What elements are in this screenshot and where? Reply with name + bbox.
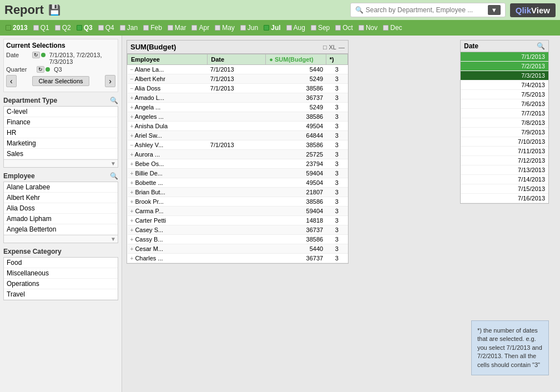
table-row[interactable]: − Ashley V... 7/1/2013 38586 3 (128, 140, 348, 150)
table-row[interactable]: + Angela ... 5249 3 (128, 103, 348, 112)
quarter-q2[interactable]: Q2 (53, 23, 73, 33)
dept-c-level[interactable]: C-level (4, 107, 118, 117)
cat-ops[interactable]: Operations (4, 279, 118, 289)
table-row[interactable]: + Aurora ... 25725 3 (128, 150, 348, 159)
emp-alia[interactable]: Alia Doss (4, 203, 118, 214)
date-item[interactable]: 7/6/2013 (461, 99, 548, 109)
table-minimize-btn[interactable]: — (339, 44, 345, 51)
table-row[interactable]: + Brook Pr... 38586 3 (128, 197, 348, 207)
month-oct[interactable]: Oct (333, 23, 355, 33)
col-header-budget[interactable]: ● SUM(Budget) (266, 54, 326, 65)
col-header-employee[interactable]: Employee (128, 54, 208, 65)
expand-icon[interactable]: + (130, 246, 134, 252)
clear-selections-btn[interactable]: Clear Selections (32, 76, 89, 86)
department-search-icon[interactable]: 🔍 (110, 97, 118, 104)
expand-icon[interactable]: − (130, 67, 134, 73)
date-item[interactable]: 7/11/2013 (461, 147, 548, 156)
emp-amado[interactable]: Amado Lipham (4, 214, 118, 224)
table-row[interactable]: + Charles ... 36737 3 (128, 254, 348, 263)
expand-icon[interactable]: + (130, 123, 134, 129)
month-jul[interactable]: Jul (261, 23, 282, 33)
date-item[interactable]: 7/16/2013 (461, 194, 548, 203)
dept-finance[interactable]: Finance (4, 117, 118, 128)
expand-icon[interactable]: + (130, 237, 134, 243)
date-item[interactable]: 7/9/2013 (461, 128, 548, 137)
dept-hr[interactable]: HR (4, 128, 118, 138)
table-row[interactable]: − Alane La... 7/1/2013 5440 3 (128, 65, 348, 74)
table-row[interactable]: − Alia Doss 7/1/2013 38586 3 (128, 84, 348, 93)
year-2013[interactable]: 2013 (3, 23, 30, 33)
search-bar[interactable]: 🔍 ▼ (350, 3, 506, 17)
date-item[interactable]: 7/13/2013 (461, 165, 548, 175)
expand-icon[interactable]: − (130, 86, 134, 92)
table-row[interactable]: + Carma P... 59404 3 (128, 207, 348, 216)
date-item[interactable]: 7/2/2013 (461, 62, 548, 71)
table-row[interactable]: + Anisha Dula 49504 3 (128, 122, 348, 131)
expand-icon[interactable]: − (130, 76, 134, 82)
table-expand-btn[interactable]: □ (323, 44, 327, 51)
date-item[interactable]: 7/1/2013 (461, 52, 548, 62)
col-header-date[interactable]: Date (208, 54, 266, 65)
dept-marketing[interactable]: Marketing (4, 138, 118, 149)
expand-icon[interactable]: + (130, 208, 134, 214)
month-apr[interactable]: Apr (189, 23, 211, 33)
table-row[interactable]: + Casey S... 36737 3 (128, 225, 348, 235)
table-row[interactable]: + Ariel Sw... 64844 3 (128, 131, 348, 140)
expand-icon[interactable]: − (130, 142, 134, 148)
expand-icon[interactable]: + (130, 180, 134, 186)
date-item[interactable]: 7/14/2013 (461, 175, 548, 184)
employee-search-icon[interactable]: 🔍 (110, 172, 118, 180)
expand-icon[interactable]: + (130, 104, 134, 110)
month-feb[interactable]: Feb (141, 23, 164, 33)
month-may[interactable]: May (213, 23, 237, 33)
date-lock-btn[interactable]: ↻ (32, 52, 40, 58)
nav-forward-btn[interactable]: › (105, 75, 115, 87)
emp-angela[interactable]: Angela Betterton (4, 224, 118, 235)
emp-alane[interactable]: Alane Larabee (4, 182, 118, 193)
cat-food[interactable]: Food (4, 258, 118, 268)
expand-icon[interactable]: + (130, 218, 134, 224)
date-item[interactable]: 7/10/2013 (461, 137, 548, 147)
month-aug[interactable]: Aug (284, 23, 307, 33)
expand-icon[interactable]: + (130, 95, 134, 101)
month-mar[interactable]: Mar (165, 23, 189, 33)
date-item[interactable]: 7/15/2013 (461, 184, 548, 194)
table-row[interactable]: + Billie De... 59404 3 (128, 169, 348, 178)
date-item[interactable]: 7/7/2013 (461, 109, 548, 118)
search-input[interactable] (366, 6, 488, 14)
expand-icon[interactable]: + (130, 227, 134, 233)
month-jun[interactable]: Jun (238, 23, 260, 33)
month-jan[interactable]: Jan (118, 23, 140, 33)
save-icon[interactable]: 💾 (48, 4, 60, 16)
quarter-lock-btn[interactable]: ↻ (37, 66, 44, 73)
expand-icon[interactable]: + (130, 255, 134, 262)
table-row[interactable]: + Bobette ... 49504 3 (128, 178, 348, 188)
table-row[interactable]: + Bebe Os... 23794 3 (128, 159, 348, 169)
emp-albert[interactable]: Albert Kehr (4, 193, 118, 203)
table-row[interactable]: + Carter Petti 14818 3 (128, 216, 348, 225)
expand-icon[interactable]: + (130, 152, 134, 158)
table-row[interactable]: + Brian But... 21807 3 (128, 188, 348, 197)
date-item[interactable]: 7/8/2013 (461, 118, 548, 128)
date-search-icon[interactable]: 🔍 (537, 42, 545, 50)
month-nov[interactable]: Nov (356, 23, 380, 33)
expand-icon[interactable]: + (130, 114, 134, 120)
month-dec[interactable]: Dec (381, 23, 404, 33)
month-sep[interactable]: Sep (309, 23, 332, 33)
expand-icon[interactable]: + (130, 189, 134, 195)
table-row[interactable]: − Albert Kehr 7/1/2013 5249 3 (128, 74, 348, 84)
cat-misc[interactable]: Miscellaneous (4, 268, 118, 279)
quarter-q3[interactable]: Q3 (74, 23, 95, 33)
quarter-q4[interactable]: Q4 (96, 23, 117, 33)
expand-icon[interactable]: + (130, 170, 134, 177)
table-row[interactable]: + Cassy B... 38586 3 (128, 235, 348, 244)
table-row[interactable]: + Angeles ... 38586 3 (128, 112, 348, 122)
expand-icon[interactable]: + (130, 133, 134, 139)
cat-travel[interactable]: Travel (4, 289, 118, 300)
dept-sales[interactable]: Sales (4, 149, 118, 159)
date-item[interactable]: 7/5/2013 (461, 90, 548, 99)
expand-icon[interactable]: + (130, 161, 134, 167)
quarter-q1[interactable]: Q1 (31, 23, 52, 33)
date-item[interactable]: 7/4/2013 (461, 81, 548, 90)
date-item[interactable]: 7/3/2013 (461, 71, 548, 81)
